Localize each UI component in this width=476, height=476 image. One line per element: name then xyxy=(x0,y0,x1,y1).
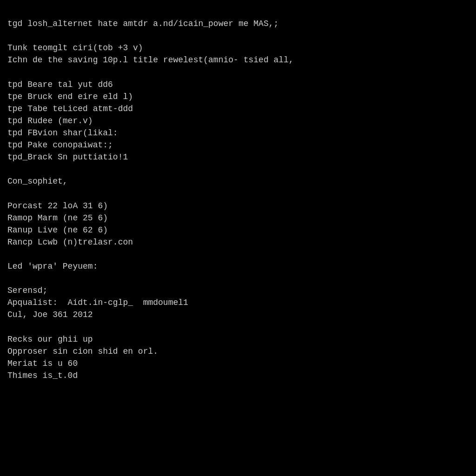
terminal-line: tpd_Brack Sn puttiatio!1 xyxy=(7,151,469,163)
terminal-line: tpe Tabe teLiced atmt-ddd xyxy=(7,103,469,115)
blank-line xyxy=(7,30,469,42)
terminal-line: Tunk teomglt ciri(tob +3 v) xyxy=(7,42,469,54)
blank-line xyxy=(7,66,469,78)
blank-line xyxy=(7,272,469,284)
terminal-line: Ramop Marm (ne 25 6) xyxy=(7,212,469,224)
terminal-line: Led 'wpra' Peyuem: xyxy=(7,260,469,272)
terminal-line: Serensd; xyxy=(7,284,469,297)
terminal-line: tpe Bruck end eire eld l) xyxy=(7,91,469,103)
terminal-line: tgd losh_alternet hate amtdr a.nd/icain_… xyxy=(7,18,469,30)
terminal-output: tgd losh_alternet hate amtdr a.nd/icain_… xyxy=(7,6,469,382)
terminal-line: tpd Rudee (mer.v) xyxy=(7,115,469,127)
terminal-line: Ranup Live (ne 62 6) xyxy=(7,224,469,236)
blank-line xyxy=(7,187,469,199)
terminal-line: Opproser sin cion shid en orl. xyxy=(7,345,469,357)
terminal-line: Thimes is_t.0d xyxy=(7,370,469,382)
blank-line xyxy=(7,321,469,333)
terminal-line: Apqualist: Aidt.in-cglp_ mmdoumel1 xyxy=(7,297,469,309)
blank-line xyxy=(7,248,469,260)
terminal-line: tpd Pake conopaiwat:; xyxy=(7,139,469,151)
terminal-line: Ichn de the saving 10p.l title rewelest(… xyxy=(7,54,469,66)
blank-line xyxy=(7,163,469,175)
terminal-line: Meriat is u 60 xyxy=(7,357,469,370)
terminal-line: Con_sophiet, xyxy=(7,175,469,187)
terminal-line: tpd Beare tal yut dd6 xyxy=(7,79,469,91)
terminal-line: tpd FBvion shar(likal: xyxy=(7,127,469,139)
terminal-line: Recks our ghii up xyxy=(7,333,469,345)
terminal-line: Porcast 22 loA 31 6) xyxy=(7,200,469,212)
terminal-line: Cul, Joe 361 2012 xyxy=(7,309,469,321)
terminal-line: Rancp Lcwb (n)trelasr.con xyxy=(7,236,469,248)
